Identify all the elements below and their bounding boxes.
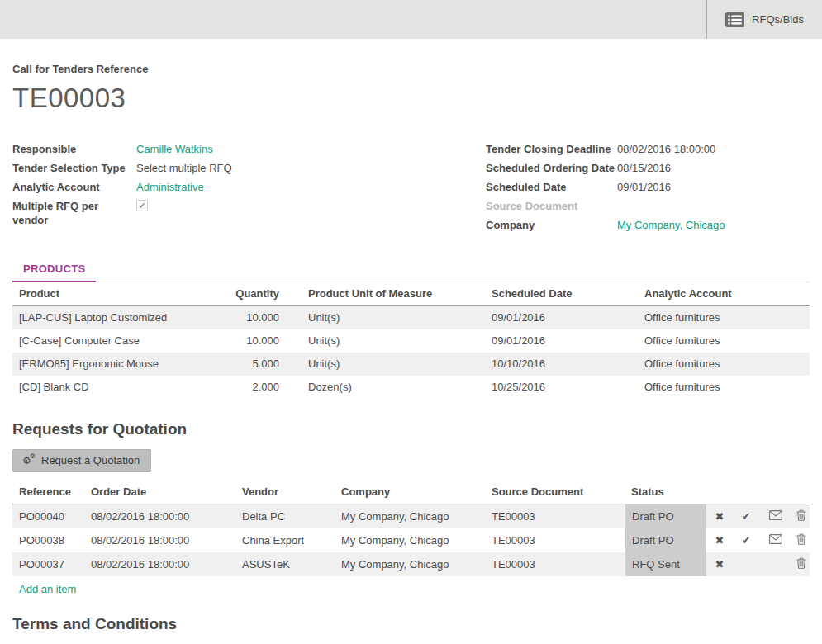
- cell-vendor: ASUSTeK: [235, 552, 335, 576]
- table-row[interactable]: PO00038 08/02/2016 18:00:00 China Export…: [12, 528, 810, 552]
- field-label: Tender Selection Type: [12, 161, 136, 175]
- cell-order-date: 08/02/2016 18:00:00: [84, 552, 235, 576]
- page-title: TE00003: [12, 83, 810, 114]
- terms-title: Terms and Conditions: [12, 615, 810, 633]
- request-a-quotation-button[interactable]: ⚙⚙ Request a Quotation: [12, 449, 151, 472]
- products-table: Product Quantity Product Unit of Measure…: [12, 282, 810, 399]
- cell-uom: Dozen(s): [302, 376, 485, 399]
- cell-scheduled-date: 09/01/2016: [485, 306, 638, 329]
- status-badge: Draft PO: [625, 528, 706, 552]
- field-label: Scheduled Date: [486, 180, 617, 194]
- col-reference: Reference: [12, 481, 84, 504]
- cell-source-document: TE00003: [485, 552, 625, 576]
- field-multiple-rfq: Multiple RFQ per vendor ✔: [12, 199, 442, 227]
- topbar: RFQs/Bids: [0, 0, 822, 39]
- cell-reference: PO00040: [12, 504, 84, 528]
- empty-action-cell: [733, 552, 759, 576]
- responsible-link[interactable]: Camille Watkins: [136, 142, 213, 156]
- cancel-icon[interactable]: ✖: [715, 558, 725, 571]
- field-scheduled-date: Scheduled Date 09/01/2016: [486, 180, 816, 194]
- multiple-rfq-checkbox[interactable]: ✔: [136, 200, 148, 211]
- cell-order-date: 08/02/2016 18:00:00: [84, 528, 235, 552]
- delete-icon[interactable]: [796, 557, 806, 571]
- table-row[interactable]: [C-Case] Computer Case 10.000 Unit(s) 09…: [12, 329, 810, 353]
- col-source-document: Source Document: [485, 481, 625, 504]
- col-product: Product: [12, 282, 219, 306]
- rfq-header-row: Reference Order Date Vendor Company Sour…: [12, 481, 810, 504]
- cell-source-document: TE00003: [485, 528, 625, 552]
- delete-icon[interactable]: [796, 533, 806, 547]
- col-actions: [706, 481, 733, 504]
- col-scheduled-date: Scheduled Date: [485, 282, 638, 306]
- table-row[interactable]: PO00040 08/02/2016 18:00:00 Delta PC My …: [12, 504, 810, 528]
- cell-company: My Company, Chicago: [335, 504, 485, 528]
- rfq-table: Reference Order Date Vendor Company Sour…: [12, 481, 810, 576]
- form-sheet: Call for Tenders Reference TE00003 Respo…: [0, 63, 822, 644]
- cell-uom: Unit(s): [302, 329, 485, 353]
- col-uom: Product Unit of Measure: [302, 282, 485, 306]
- col-analytic-account: Analytic Account: [638, 282, 810, 306]
- notebook-tabs: PRODUCTS: [12, 258, 810, 282]
- confirm-icon[interactable]: ✔: [742, 510, 751, 523]
- cell-vendor: Delta PC: [235, 504, 335, 528]
- table-row[interactable]: [ERMO85] Ergonomic Mouse 5.000 Unit(s) 1…: [12, 353, 810, 376]
- col-status: Status: [625, 481, 706, 504]
- confirm-icon[interactable]: ✔: [742, 534, 751, 547]
- table-row[interactable]: [LAP-CUS] Laptop Customized 10.000 Unit(…: [12, 306, 810, 329]
- field-label: Source Document: [486, 199, 617, 213]
- cell-product: [ERMO85] Ergonomic Mouse: [12, 353, 219, 376]
- field-scheduled-ordering-date: Scheduled Ordering Date 08/15/2016: [486, 161, 816, 175]
- cell-reference: PO00038: [12, 528, 84, 552]
- cell-uom: Unit(s): [302, 353, 485, 376]
- email-icon[interactable]: [769, 510, 782, 523]
- field-label: Tender Closing Deadline: [486, 142, 617, 156]
- tender-selection-type-value: Select multiple RFQ: [136, 161, 232, 175]
- cell-scheduled-date: 10/25/2016: [485, 376, 638, 399]
- cell-analytic-account: Office furnitures: [638, 376, 810, 399]
- cell-quantity: 10.000: [219, 329, 302, 353]
- cell-analytic-account: Office furnitures: [638, 306, 810, 329]
- add-an-item-link[interactable]: Add an item: [19, 583, 76, 595]
- col-order-date: Order Date: [84, 481, 235, 504]
- rfq-section-title: Requests for Quotation: [12, 420, 810, 438]
- status-badge: Draft PO: [625, 504, 706, 528]
- cell-order-date: 08/02/2016 18:00:00: [84, 504, 235, 528]
- rfqs-bids-label: RFQs/Bids: [752, 13, 804, 26]
- scheduled-date-value: 09/01/2016: [617, 180, 671, 194]
- cell-reference: PO00037: [12, 552, 84, 576]
- cancel-icon[interactable]: ✖: [715, 510, 725, 523]
- field-responsible: Responsible Camille Watkins: [12, 142, 442, 156]
- company-link[interactable]: My Company, Chicago: [617, 218, 725, 232]
- delete-icon[interactable]: [796, 509, 806, 523]
- scheduled-ordering-date-value: 08/15/2016: [617, 161, 671, 175]
- cell-quantity: 5.000: [219, 353, 302, 376]
- table-row[interactable]: PO00037 08/02/2016 18:00:00 ASUSTeK My C…: [12, 552, 810, 576]
- field-group-left: Responsible Camille Watkins Tender Selec…: [12, 142, 442, 227]
- field-analytic-account: Analytic Account Administrative: [12, 180, 442, 194]
- cell-uom: Unit(s): [302, 306, 485, 329]
- field-label: Multiple RFQ per vendor: [12, 199, 136, 227]
- email-icon[interactable]: [769, 534, 782, 547]
- table-row[interactable]: [CD] Blank CD 2.000 Dozen(s) 10/25/2016 …: [12, 376, 810, 399]
- cell-analytic-account: Office furnitures: [638, 329, 810, 353]
- cell-source-document: TE00003: [485, 504, 625, 528]
- field-tender-closing-deadline: Tender Closing Deadline 08/02/2016 18:00…: [486, 142, 816, 156]
- cell-product: [CD] Blank CD: [12, 376, 219, 399]
- tab-products[interactable]: PRODUCTS: [12, 258, 96, 282]
- status-badge: RFQ Sent: [625, 552, 706, 576]
- reference-label: Call for Tenders Reference: [12, 63, 810, 75]
- request-a-quotation-label: Request a Quotation: [41, 454, 140, 466]
- col-company: Company: [335, 481, 485, 504]
- field-label: Company: [486, 218, 617, 232]
- field-groups: Responsible Camille Watkins Tender Selec…: [12, 142, 810, 239]
- cancel-icon[interactable]: ✖: [715, 534, 725, 547]
- cell-company: My Company, Chicago: [335, 552, 485, 576]
- rfqs-bids-button[interactable]: RFQs/Bids: [706, 0, 822, 39]
- cell-scheduled-date: 10/10/2016: [485, 353, 638, 376]
- analytic-account-link[interactable]: Administrative: [136, 180, 204, 194]
- field-label: Scheduled Ordering Date: [486, 161, 617, 175]
- col-vendor: Vendor: [235, 481, 335, 504]
- cell-quantity: 2.000: [219, 376, 302, 399]
- cell-company: My Company, Chicago: [335, 528, 485, 552]
- gears-icon: ⚙⚙: [22, 454, 36, 466]
